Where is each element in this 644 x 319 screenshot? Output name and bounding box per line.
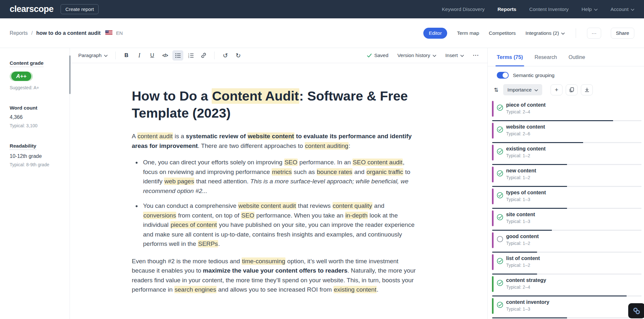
share-button[interactable]: Share: [611, 28, 634, 39]
view-integrations-label: Integrations (2): [525, 30, 559, 36]
term-list-item[interactable]: content strategy Typical: 2–4: [488, 275, 644, 296]
top-navbar: clearscope Create report Keyword Discove…: [0, 0, 644, 18]
chevron-down-icon: [104, 53, 108, 58]
term-list-item[interactable]: good content Typical: 1–2: [488, 231, 644, 253]
chevron-down-icon: [594, 6, 598, 12]
bullet-list-button[interactable]: [172, 50, 183, 61]
document-paragraph: Even though #2 is the more tedious and t…: [132, 256, 417, 295]
highlighted-term: web pages: [164, 178, 194, 185]
content-grade-ring: A++: [10, 72, 33, 81]
insert-dropdown[interactable]: Insert: [445, 53, 464, 58]
term-list-item[interactable]: site content Typical: 1–3: [488, 209, 644, 231]
sort-direction-icon[interactable]: ⇅: [492, 87, 500, 93]
report-view-switcher: Editor Term map Competitors Integrations…: [423, 28, 634, 39]
tab-terms[interactable]: Terms (75): [497, 48, 523, 66]
download-terms-button[interactable]: [581, 84, 593, 95]
version-history-dropdown[interactable]: Version history: [398, 53, 437, 58]
term-list-item[interactable]: content inventory Typical: 1–3: [488, 296, 644, 318]
highlighted-term: SERPs: [198, 240, 218, 247]
text-segment: :: [349, 142, 350, 149]
main-layout: Content grade A++ Suggested: A+ Word cou…: [0, 48, 644, 319]
highlighted-term: Content Audit: [212, 88, 299, 104]
term-typical-range: Typical: 1–2: [506, 263, 639, 268]
nav-content-inventory[interactable]: Content Inventory: [529, 6, 569, 12]
clearscope-logo: clearscope: [10, 4, 53, 14]
term-list-item[interactable]: types of content Typical: 1–3: [488, 187, 644, 209]
us-flag-icon: [105, 30, 112, 36]
link-button[interactable]: [198, 50, 209, 61]
semantic-group-bar: [492, 101, 494, 117]
toolbar-more-button[interactable]: ···: [473, 53, 479, 58]
numbered-list-button[interactable]: 123: [185, 50, 196, 61]
term-list-item[interactable]: new content Typical: 1–2: [488, 165, 644, 187]
view-editor[interactable]: Editor: [423, 28, 447, 39]
nav-account[interactable]: Account: [610, 6, 634, 12]
tab-research[interactable]: Research: [534, 48, 557, 66]
italic-button[interactable]: I: [134, 50, 145, 61]
highlighted-term: SEO: [284, 159, 298, 166]
term-list-item[interactable]: piece of content Typical: 2–4: [488, 99, 644, 121]
underline-button[interactable]: U: [147, 50, 158, 61]
term-list-item[interactable]: website content Typical: 2–6: [488, 121, 644, 143]
download-icon: [584, 87, 590, 92]
view-integrations[interactable]: Integrations (2): [525, 30, 565, 36]
chevron-down-icon: [631, 6, 634, 12]
semantic-grouping-toggle[interactable]: [497, 72, 509, 79]
header-divider: [576, 28, 576, 38]
text-segment: performance. In an: [298, 159, 352, 166]
highlighted-term: conversions: [143, 212, 176, 219]
add-term-button[interactable]: +: [551, 84, 562, 95]
create-report-button[interactable]: Create report: [61, 4, 99, 14]
word-count-label: Word count: [10, 105, 37, 111]
text-segment: from content, on top of: [176, 212, 241, 219]
nav-keyword-discovery[interactable]: Keyword Discovery: [442, 6, 485, 12]
link-extension-badge[interactable]: [628, 303, 644, 318]
semantic-group-bar: [492, 123, 494, 139]
term-name: list of content: [506, 256, 639, 261]
link-rings-icon: [632, 307, 641, 315]
text-segment: A: [132, 133, 137, 140]
term-typical-range: Typical: 2–4: [506, 285, 639, 290]
readability-typical: Typical: 8-9th grade: [10, 162, 70, 167]
paragraph-style-dropdown[interactable]: Paragraph: [76, 51, 110, 60]
term-typical-range: Typical: 2–6: [506, 131, 639, 136]
term-check-icon: [496, 301, 504, 310]
redo-button[interactable]: ↻: [233, 50, 244, 61]
svg-text:3: 3: [188, 56, 189, 58]
clearscope-app: clearscope Create report Keyword Discove…: [0, 0, 644, 319]
report-more-button[interactable]: ···: [587, 28, 601, 39]
scrollbar-thumb[interactable]: [69, 55, 71, 94]
view-term-map[interactable]: Term map: [457, 30, 479, 36]
text-segment: .: [218, 240, 220, 247]
bold-button[interactable]: B: [121, 50, 132, 61]
nav-help[interactable]: Help: [582, 6, 598, 12]
semantic-group-bar: [492, 167, 494, 182]
paragraph-style-label: Paragraph: [78, 53, 101, 58]
term-check-icon: [496, 192, 504, 200]
bullet-list-icon: [175, 53, 181, 59]
readability-value: 10-12th grade: [10, 153, 70, 159]
undo-button[interactable]: ↺: [220, 50, 231, 61]
term-list-item[interactable]: list of content Typical: 1–2: [488, 253, 644, 275]
term-check-icon: [496, 126, 504, 134]
numbered-list-icon: 123: [188, 53, 194, 59]
copy-terms-button[interactable]: [566, 84, 578, 95]
term-typical-range: Typical: 1–2: [506, 175, 639, 180]
term-check-icon: [496, 170, 504, 178]
document-editor[interactable]: How to Do a Content Audit: Software & Fr…: [70, 63, 487, 319]
tab-outline[interactable]: Outline: [569, 48, 585, 66]
text-segment: such as: [292, 169, 316, 175]
view-competitors[interactable]: Competitors: [489, 30, 516, 36]
semantic-group-bar: [492, 210, 494, 226]
term-typical-range: Typical: 1–3: [506, 306, 639, 312]
breadcrumb-reports-link[interactable]: Reports: [10, 30, 28, 36]
term-list-item[interactable]: existing content Typical: 1–2: [488, 143, 644, 165]
highlighted-term: bounce rates: [317, 168, 353, 176]
highlighted-term: SEO content audit: [352, 159, 403, 166]
highlighted-term: content auditing: [305, 142, 349, 150]
sort-by-dropdown[interactable]: Importance: [503, 84, 542, 95]
text-segment: Even though #2 is the more tedious and: [132, 258, 242, 265]
toolbar-divider: [115, 52, 116, 59]
code-button[interactable]: </>: [159, 50, 170, 61]
nav-reports[interactable]: Reports: [497, 6, 516, 12]
